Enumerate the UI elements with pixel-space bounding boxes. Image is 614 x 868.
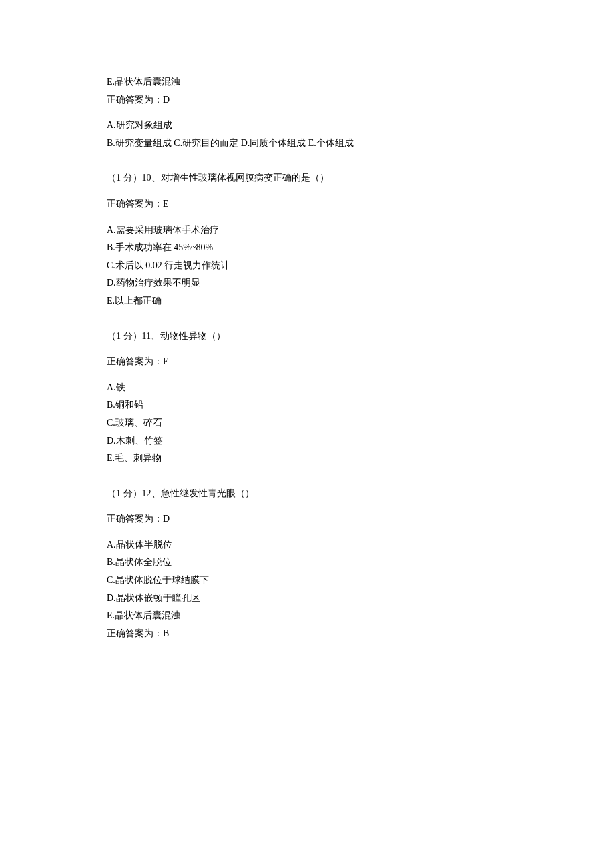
q9-answer: 正确答案为：D [107,91,507,109]
q12-option-c: C.晶状体脱位于球结膜下 [107,572,507,590]
q11-option-e: E.毛、刺异物 [107,450,507,468]
q12-answer: 正确答案为：D [107,510,507,528]
q11-header: （1 分）11、动物性异物（） [107,328,507,346]
q12-option-d: D.晶状体嵌顿于瞳孔区 [107,590,507,608]
q12-option-b: B.晶状体全脱位 [107,554,507,572]
q10-answer: 正确答案为：E [107,195,507,213]
q12-header: （1 分）12、急性继发性青光眼（） [107,485,507,503]
q12-option-e: E.晶状体后囊混浊 [107,607,507,625]
q9-option-e: E.晶状体后囊混浊 [107,73,507,91]
q10-option-d: D.药物治疗效果不明显 [107,274,507,292]
q12-option-a: A.晶状体半脱位 [107,536,507,554]
q9b-option-a: A.研究对象组成 [107,117,507,135]
q11-option-d: D.木刺、竹签 [107,432,507,450]
q11-option-c: C.玻璃、碎石 [107,414,507,432]
q10-option-b: B.手术成功率在 45%~80% [107,239,507,257]
q10-option-a: A.需要采用玻璃体手术治疗 [107,222,507,240]
q11-option-b: B.铜和铅 [107,396,507,414]
q12-answer-2: 正确答案为：B [107,625,507,643]
q11-answer: 正确答案为：E [107,353,507,371]
q10-option-e: E.以上都正确 [107,292,507,310]
q9b-options-rest: B.研究变量组成 C.研究目的而定 D.同质个体组成 E.个体组成 [107,135,507,153]
q10-header: （1 分）10、对增生性玻璃体视网膜病变正确的是（） [107,169,507,187]
q10-option-c: C.术后以 0.02 行走视力作统计 [107,257,507,275]
q11-option-a: A.铁 [107,379,507,397]
